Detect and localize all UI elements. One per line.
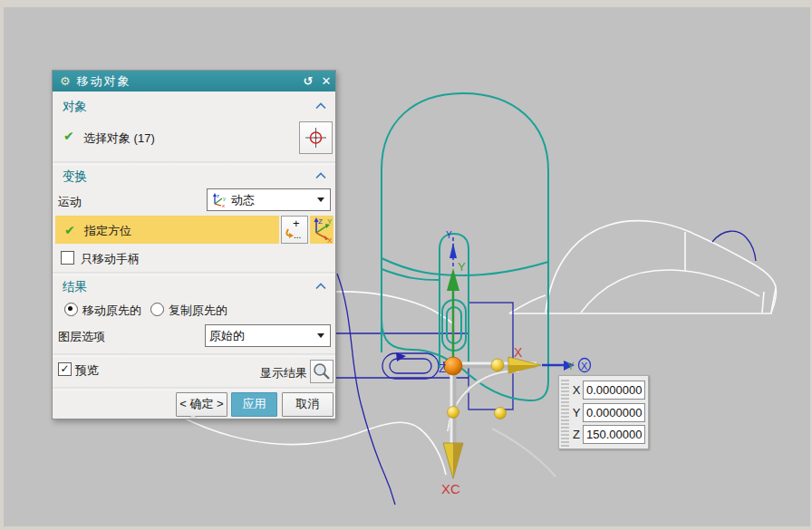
coord-row-y: Y [570, 402, 646, 423]
rotate-drag-ball[interactable] [495, 408, 507, 419]
mouse-top-outline [546, 221, 776, 313]
result-section-header: 结果 [53, 275, 335, 297]
move-object-dialog: ⚙ 移动对象 ↺ ✕ 对象 ✔ 选择对象 (17) 变换 运动 [52, 70, 336, 419]
origin-ball[interactable] [444, 357, 462, 375]
blue-slot-inner [390, 359, 431, 373]
coord-row-z: Z [570, 424, 646, 445]
coord-row-x: X [570, 380, 646, 400]
motion-dropdown[interactable]: z y x 动态 [207, 188, 331, 211]
y-axis-label: Y [458, 260, 466, 274]
svg-text:Z: Z [318, 217, 323, 226]
copy-original-label: 复制原先的 [169, 303, 227, 319]
section-divider [53, 387, 335, 390]
move-original-radio[interactable] [64, 303, 78, 316]
transform-header-label: 变换 [63, 169, 87, 185]
magnifier-icon [311, 361, 333, 382]
x-drag-ball[interactable] [491, 359, 504, 371]
ok-button[interactable]: < 确定 > [176, 392, 227, 417]
csys-triad-icon: Z Y X [310, 216, 334, 243]
teal-wireframe [382, 93, 548, 400]
z-axis-label: Z [439, 361, 446, 375]
move-handles-only-checkbox[interactable] [61, 251, 74, 265]
gear-icon: ⚙ [60, 74, 71, 88]
apply-button[interactable]: 应用 [231, 392, 277, 417]
layer-option-dropdown[interactable]: 原始的 [205, 324, 331, 347]
layer-option-label: 图层选项 [58, 329, 105, 345]
rot-y-label: Y [567, 361, 575, 371]
dynamic-csys-icon: z y x [210, 192, 227, 207]
specify-orientation-label: 指定方位 [84, 223, 131, 239]
faint-arc [492, 429, 556, 477]
point-dialog-button[interactable]: + ... [281, 216, 308, 244]
show-result-button[interactable] [310, 360, 334, 383]
select-object-button[interactable] [299, 121, 333, 154]
coord-x-label: X [570, 383, 583, 397]
preview-label: 预览 [75, 362, 99, 379]
svg-text:+: + [293, 217, 300, 230]
svg-text:x: x [222, 203, 225, 207]
svg-text:Y: Y [327, 217, 333, 226]
copy-original-radio[interactable] [150, 303, 164, 316]
motion-label: 运动 [58, 194, 82, 210]
check-icon: ✔ [63, 129, 74, 143]
csys-dialog-button[interactable]: Z Y X [310, 216, 334, 244]
coord-x-input[interactable] [583, 381, 645, 400]
x-axis-cone-shade [508, 365, 541, 373]
white-baseline-left-step [509, 295, 546, 313]
mouse-inner-arc [581, 270, 759, 313]
x-axis-label: X [514, 345, 523, 360]
result-header-label: 结果 [63, 279, 87, 295]
application-canvas: X Y Z Y XC Y X X Y Z ⚙ 移动对象 [0, 0, 812, 530]
y-blue-small-label: Y [446, 230, 452, 240]
white-front-curve [181, 417, 446, 475]
dialog-titlebar[interactable]: ⚙ 移动对象 ↺ ✕ [53, 71, 335, 92]
dialog-resize-grip[interactable] [188, 410, 198, 419]
reset-icon[interactable]: ↺ [299, 74, 317, 88]
blue-s-curve [337, 274, 395, 505]
preview-checkbox[interactable]: ✓ [58, 362, 72, 376]
coord-z-input[interactable] [583, 425, 645, 444]
coord-z-label: Z [570, 428, 583, 441]
dropdown-caret-icon [317, 198, 324, 202]
point-dialog-icon: + ... [282, 217, 307, 243]
blue-rectangle [469, 303, 513, 410]
teal-waist-curve-2 [382, 269, 440, 280]
svg-text:y: y [223, 196, 226, 201]
move-original-label: 移动原先的 [82, 303, 141, 319]
object-section-header: 对象 [53, 95, 335, 117]
cancel-button[interactable]: 取消 [282, 392, 334, 417]
svg-text:...: ... [294, 230, 301, 240]
dialog-title: 移动对象 [77, 73, 299, 90]
y-axis-blue-arrowhead [450, 243, 457, 258]
panel-drag-handle[interactable] [561, 378, 569, 447]
chevron-up-icon[interactable] [315, 283, 326, 290]
dropdown-caret-icon [317, 333, 324, 338]
layer-option-value: 原始的 [206, 328, 317, 344]
chevron-up-icon[interactable] [315, 102, 326, 110]
down-drag-ball[interactable] [448, 407, 459, 419]
select-object-label: 选择对象 (17) [83, 130, 155, 147]
check-icon: ✔ [64, 223, 75, 237]
xc-axis-label: XC [441, 481, 460, 496]
specify-orientation-row[interactable]: ✔ 指定方位 [55, 216, 279, 244]
coord-y-label: Y [570, 406, 583, 419]
close-icon[interactable]: ✕ [317, 74, 335, 88]
section-divider [53, 353, 335, 357]
blue-slot-outer [382, 353, 439, 379]
crosshair-icon [300, 122, 332, 153]
mouse-facet-1 [762, 292, 764, 313]
svg-text:X: X [327, 236, 333, 243]
coordinate-input-panel: X Y Z [558, 375, 649, 449]
svg-text:z: z [217, 193, 219, 198]
transform-section-header: 变换 [53, 165, 335, 187]
motion-value: 动态 [227, 192, 317, 208]
chevron-up-icon[interactable] [315, 172, 326, 179]
coord-y-input[interactable] [583, 403, 645, 422]
white-left-line [336, 292, 454, 324]
show-result-label: 显示结果 [260, 365, 307, 381]
object-header-label: 对象 [63, 99, 87, 115]
move-handles-only-label: 只移动手柄 [81, 251, 140, 267]
circled-x-label: X [581, 361, 588, 371]
